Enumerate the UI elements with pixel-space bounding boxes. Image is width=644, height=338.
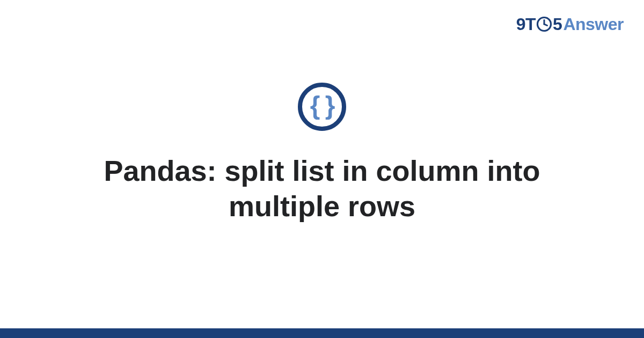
code-braces-icon: { } (298, 83, 346, 131)
braces-glyph: { } (310, 93, 334, 119)
logo-text-5: 5 (553, 14, 562, 34)
logo-text-9t: 9T (516, 14, 536, 34)
svg-line-2 (544, 24, 547, 26)
question-title: Pandas: split list in column into multip… (54, 153, 590, 224)
site-logo: 9T 5 Answer (516, 14, 624, 34)
social-card: 9T 5 Answer { } Pandas: split list in co… (0, 0, 644, 338)
clock-icon (536, 16, 552, 32)
main-content: { } Pandas: split list in column into mu… (0, 0, 644, 328)
footer-accent-bar (0, 328, 644, 338)
logo-text-answer: Answer (563, 14, 624, 34)
